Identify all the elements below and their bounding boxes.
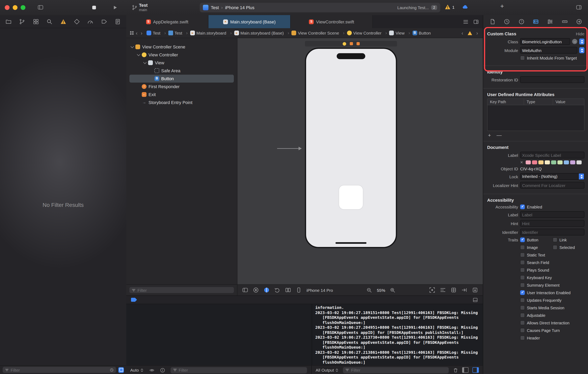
device-icon[interactable]: [296, 287, 302, 293]
trait-checkbox[interactable]: [520, 252, 525, 257]
storyboard-entry-arrow[interactable]: [277, 146, 303, 151]
color-swatch[interactable]: [564, 160, 569, 164]
breadcrumb-item[interactable]: Main.storyboard (Base): [234, 31, 292, 35]
toggle-outline-icon[interactable]: [242, 287, 248, 293]
zoom-in-icon[interactable]: [390, 287, 396, 293]
align-icon[interactable]: [440, 287, 446, 293]
breadcrumb-item[interactable]: Test: [168, 31, 190, 35]
clock-icon[interactable]: [110, 367, 114, 372]
history-inspector-icon[interactable]: [504, 19, 510, 25]
trait-item[interactable]: Plays Sound: [520, 268, 584, 272]
trait-checkbox[interactable]: [520, 313, 525, 318]
trait-checkbox[interactable]: [553, 245, 557, 250]
appearance-toggle-icon[interactable]: [264, 287, 270, 293]
navigator-filter-field[interactable]: [2, 366, 116, 373]
issues-summary[interactable]: 1: [445, 4, 455, 10]
first-responder-dock-icon[interactable]: [350, 42, 353, 45]
outline-row[interactable]: View: [126, 59, 237, 67]
accessibility-field[interactable]: [520, 220, 584, 227]
accessibility-field-input[interactable]: [522, 230, 582, 234]
editor-tab[interactable]: ViewController.swift: [291, 15, 373, 28]
stop-button[interactable]: [91, 5, 97, 10]
next-issue-icon[interactable]: ›: [476, 30, 478, 36]
document-label-field[interactable]: [520, 152, 584, 158]
xcode-cloud-icon[interactable]: [462, 4, 469, 10]
breadcrumb-item[interactable]: Button: [412, 31, 431, 35]
localizer-hint-field[interactable]: [520, 182, 584, 189]
color-swatch[interactable]: [525, 160, 531, 164]
tests-navigator-icon[interactable]: [74, 19, 80, 24]
trait-checkbox[interactable]: [520, 290, 525, 295]
breadcrumb-item[interactable]: Test: [146, 31, 168, 35]
outline-row[interactable]: View Controller Scene: [126, 43, 237, 51]
trait-item[interactable]: Image: [520, 245, 552, 250]
accessibility-field-input[interactable]: [522, 212, 582, 217]
console-layout-icon[interactable]: [472, 297, 478, 302]
outline-row[interactable]: Exit: [126, 91, 237, 98]
color-swatch[interactable]: [538, 160, 543, 164]
restoration-id-field[interactable]: [520, 76, 584, 83]
console-filter-field[interactable]: [343, 367, 449, 374]
quicklook-eye-icon[interactable]: [149, 367, 155, 373]
outline-row[interactable]: First Responder: [126, 83, 237, 91]
focus-mode-icon[interactable]: [429, 287, 435, 293]
outline-filter-field[interactable]: [129, 287, 234, 293]
zoom-window-button[interactable]: [21, 5, 25, 10]
file-inspector-icon[interactable]: [490, 19, 495, 25]
quick-help-inspector-icon[interactable]: ?: [518, 19, 524, 25]
reports-navigator-icon[interactable]: [115, 19, 121, 24]
canvas-device-name[interactable]: iPhone 14 Pro: [306, 288, 333, 292]
minimap-menu-icon[interactable]: [463, 19, 469, 24]
device-bezel-icon[interactable]: [253, 287, 259, 293]
color-swatch[interactable]: [557, 160, 562, 164]
toggle-console-view-icon[interactable]: [472, 367, 479, 373]
update-frames-icon[interactable]: [472, 287, 478, 293]
color-swatch[interactable]: [545, 160, 550, 164]
orientation-icon[interactable]: [274, 287, 280, 293]
trait-checkbox[interactable]: [520, 275, 525, 280]
breakpoints-toggle-icon[interactable]: [131, 298, 137, 302]
size-inspector-icon[interactable]: [562, 19, 567, 25]
find-navigator-icon[interactable]: [46, 19, 52, 24]
trait-checkbox[interactable]: [520, 268, 525, 272]
trait-item[interactable]: Selected: [553, 245, 584, 250]
runtime-attributes-table[interactable]: Key Path Type Value: [487, 98, 584, 131]
module-field[interactable]: [520, 47, 577, 54]
outline-row[interactable]: View Controller: [126, 51, 237, 59]
variables-view[interactable]: [126, 304, 312, 365]
console-scope-popup[interactable]: All Output: [316, 368, 339, 372]
zoom-out-icon[interactable]: [367, 287, 372, 293]
attributes-inspector-icon[interactable]: [547, 19, 553, 25]
no-color-swatch[interactable]: ✕: [520, 160, 523, 164]
view-controller-dock-icon[interactable]: [342, 42, 346, 45]
identity-inspector-icon[interactable]: [533, 19, 539, 25]
trait-checkbox[interactable]: [520, 328, 525, 333]
color-swatch[interactable]: [570, 160, 575, 164]
trait-item[interactable]: Search Field: [520, 260, 584, 265]
console-filter-input[interactable]: [351, 368, 447, 372]
lock-dropdown-icon[interactable]: [579, 174, 584, 179]
toggle-variables-view-icon[interactable]: [462, 367, 469, 373]
scheme-selector[interactable]: Test › iPhone 14 Plus Launching Test... …: [200, 3, 440, 12]
module-dropdown-icon[interactable]: [579, 47, 584, 53]
trait-item[interactable]: Keyboard Key: [520, 275, 584, 280]
breadcrumb-item[interactable]: View Controller: [347, 31, 389, 35]
breadcrumb-item[interactable]: View: [389, 31, 412, 35]
outline-row[interactable]: Button: [126, 75, 237, 83]
class-input[interactable]: [522, 39, 568, 44]
toggle-navigator-icon[interactable]: [37, 4, 44, 10]
device-preview[interactable]: [305, 48, 397, 248]
accessibility-field[interactable]: [520, 211, 584, 218]
trait-checkbox[interactable]: [520, 335, 525, 340]
trait-checkbox[interactable]: [520, 245, 525, 250]
inherit-module-checkbox[interactable]: [520, 56, 525, 60]
breadcrumb-item[interactable]: View Controller Scene: [292, 31, 347, 35]
accessibility-enabled-checkbox[interactable]: [520, 205, 525, 209]
outline-row[interactable]: Storyboard Entry Point: [126, 98, 237, 106]
jump-to-class-icon[interactable]: →: [572, 39, 577, 44]
close-window-button[interactable]: [5, 5, 10, 10]
localizer-hint-input[interactable]: [522, 183, 582, 187]
trait-item[interactable]: Updates Frequently: [520, 298, 584, 302]
accessibility-field-input[interactable]: [522, 221, 582, 226]
info-icon[interactable]: [160, 367, 165, 373]
